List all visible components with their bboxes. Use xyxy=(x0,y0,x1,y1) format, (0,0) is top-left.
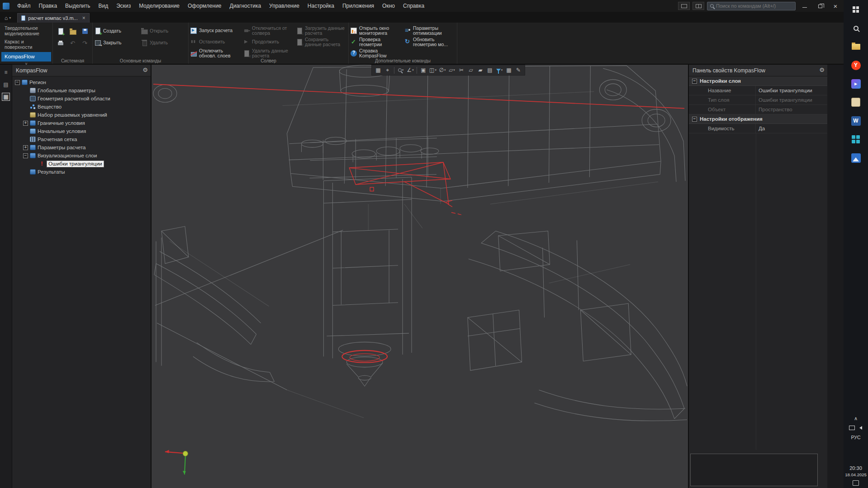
run-calculation-button[interactable]: Запуск расчета xyxy=(189,25,242,36)
gear-icon[interactable]: ⚙ xyxy=(819,66,825,73)
orientation-cube-button[interactable]: ▣ xyxy=(419,66,428,75)
menu-edit[interactable]: Правка xyxy=(35,3,62,9)
tree-item-visualization-layers[interactable]: − Визуализационные слои xyxy=(12,152,151,160)
language-indicator[interactable]: РУС xyxy=(851,435,860,440)
save-calc-data-button[interactable]: Сохранить данные расчета xyxy=(294,36,347,47)
mode-tab-wireframe-surfaces[interactable]: Каркас и поверхности xyxy=(0,38,52,51)
tree-item-triangulation-errors[interactable]: ! Ошибки триангуляции xyxy=(12,160,151,168)
notification-center-icon[interactable] xyxy=(853,480,859,486)
tree-item-mesh[interactable]: Расчетная сетка xyxy=(12,135,151,143)
tree-item-equations[interactable]: Набор решаемых уравнений xyxy=(12,111,151,119)
start-button[interactable] xyxy=(849,3,862,16)
tree-item-global-params[interactable]: Глобальные параметры xyxy=(12,86,151,95)
close-button-ribbon[interactable]: Закрыть xyxy=(93,37,139,48)
optimization-params-button[interactable]: Параметры оптимизации xyxy=(403,25,456,36)
tab-close-icon[interactable]: × xyxy=(82,15,85,21)
home-button[interactable]: ⌂ ▾ xyxy=(2,13,14,23)
menu-window[interactable]: Окно xyxy=(378,3,399,9)
menu-applications[interactable]: Приложения xyxy=(338,3,378,9)
menu-view[interactable]: Вид xyxy=(94,3,112,9)
open-monitoring-button[interactable]: Открыть окно мониторинга xyxy=(349,25,403,36)
clip-button[interactable]: ✂ xyxy=(457,66,466,75)
tree-item-region[interactable]: − Регион xyxy=(12,78,151,86)
load-calc-data-button[interactable]: Загрузить данные расчета xyxy=(294,25,347,36)
layers-table-button[interactable]: ▤ xyxy=(485,66,494,75)
gear-icon[interactable]: ⚙ xyxy=(142,66,148,73)
disable-layer-update-button[interactable]: Отключить обновл. слоев xyxy=(189,47,242,59)
screenshot-button[interactable] xyxy=(693,2,704,10)
mesh-grid-button[interactable]: ▦ xyxy=(504,66,513,75)
print-button[interactable] xyxy=(56,38,66,48)
yandex-browser-button[interactable]: Y xyxy=(849,59,862,71)
menu-management[interactable]: Управление xyxy=(265,3,304,9)
hide-objects-button[interactable]: ∅▾ xyxy=(438,66,447,75)
delete-button[interactable]: Удалить xyxy=(139,37,186,48)
continue-button[interactable]: Продолжить xyxy=(242,36,294,47)
new-document-button[interactable] xyxy=(56,26,66,36)
photos-button[interactable] xyxy=(849,152,862,164)
panel-tab-layers-icon[interactable]: ▤ xyxy=(2,81,10,89)
property-row-visibility[interactable]: Видимость Да xyxy=(689,124,827,133)
taskbar-search-button[interactable] xyxy=(849,22,862,34)
grid-snap-button[interactable]: ▦ xyxy=(374,66,383,75)
mode-tab-kompasflow[interactable]: KompasFlow xyxy=(1,52,51,62)
stop-button[interactable]: Остановить xyxy=(189,36,242,47)
restore-button[interactable] xyxy=(814,1,826,10)
document-tab[interactable]: расчет компас v3.m... × xyxy=(17,13,89,23)
menu-modeling[interactable]: Моделирование xyxy=(135,3,184,9)
close-button[interactable]: × xyxy=(829,1,842,10)
section-display-settings[interactable]: − Настройки отображения xyxy=(689,114,827,124)
delete-calc-data-button[interactable]: Удалить данные расчета xyxy=(242,47,294,59)
panel-tab-tree-icon[interactable]: ≡ xyxy=(2,68,10,76)
zoom-button[interactable]: ▾ xyxy=(396,66,405,75)
collapse-icon[interactable]: − xyxy=(692,79,697,84)
word-button[interactable]: W xyxy=(849,114,862,127)
tree-item-domain-geometry[interactable]: Геометрия расчетной области xyxy=(12,95,151,103)
property-value[interactable]: Ошибки триангуляции xyxy=(756,88,827,93)
tree-item-initial-conditions[interactable]: Начальные условия xyxy=(12,127,151,135)
display-settings-button[interactable] xyxy=(678,2,690,10)
filter-button[interactable]: ▾ xyxy=(495,66,504,75)
menu-help[interactable]: Справка xyxy=(399,3,428,9)
section-plane-button-1[interactable]: ▱ xyxy=(466,66,475,75)
clock-time[interactable]: 20:30 xyxy=(849,465,862,471)
pipette-button[interactable]: ✎ xyxy=(514,66,523,75)
tray-expand-button[interactable]: ∧ xyxy=(854,416,858,422)
property-value[interactable]: Да xyxy=(756,126,827,131)
undo-button[interactable]: ↶ xyxy=(68,38,78,48)
network-icon[interactable] xyxy=(849,426,855,430)
open-button[interactable]: Открыть xyxy=(139,25,186,37)
menu-select[interactable]: Выделить xyxy=(61,3,94,9)
disconnect-solver-button[interactable]: Отключиться от солвера xyxy=(242,25,294,36)
pinned-app-button[interactable] xyxy=(849,96,862,109)
tree-item-substance[interactable]: Вещество xyxy=(12,103,151,111)
menu-diagnostics[interactable]: Диагностика xyxy=(226,3,266,9)
tree-item-results[interactable]: Результаты xyxy=(12,168,151,176)
save-document-button[interactable] xyxy=(80,26,90,36)
collapse-icon[interactable]: − xyxy=(692,117,697,122)
section-plane-button-2[interactable]: ▰ xyxy=(476,66,485,75)
ghost-mode-button[interactable]: ▱▾ xyxy=(447,66,456,75)
redo-button[interactable]: ↷ xyxy=(80,38,90,48)
minimize-button[interactable] xyxy=(798,1,811,10)
panel-tab-active-icon[interactable]: ▦ xyxy=(2,93,10,101)
triangulation-errors-edit[interactable]: Ошибки триангуляции xyxy=(47,161,104,167)
clock-date[interactable]: 18.04.2025 xyxy=(845,472,867,477)
media-player-button[interactable]: ▶ xyxy=(849,77,862,90)
mode-tab-solid-modeling[interactable]: Твердотельное моделирование xyxy=(0,24,52,38)
coordinate-system-button[interactable]: ⌖ xyxy=(383,66,392,75)
command-search[interactable] xyxy=(707,2,796,10)
menu-file[interactable]: Файл xyxy=(13,3,35,9)
measure-button[interactable]: ∠▾ xyxy=(406,66,415,75)
menu-layout[interactable]: Оформление xyxy=(184,3,225,9)
section-layer-settings[interactable]: − Настройки слоя xyxy=(689,76,827,86)
volume-icon[interactable] xyxy=(858,426,862,430)
kompasflow-help-button[interactable]: Справка KompasFlow xyxy=(349,47,403,59)
expand-icon[interactable]: + xyxy=(23,145,28,150)
open-document-button[interactable] xyxy=(68,26,78,36)
property-row-name[interactable]: Название Ошибки триангуляции xyxy=(689,86,827,95)
expand-icon[interactable]: + xyxy=(23,121,28,126)
tree-item-boundary-conditions[interactable]: + Граничные условия xyxy=(12,119,151,127)
check-geometry-button[interactable]: Проверка геометрии xyxy=(349,36,403,47)
display-mode-button[interactable]: ◫▾ xyxy=(428,66,437,75)
